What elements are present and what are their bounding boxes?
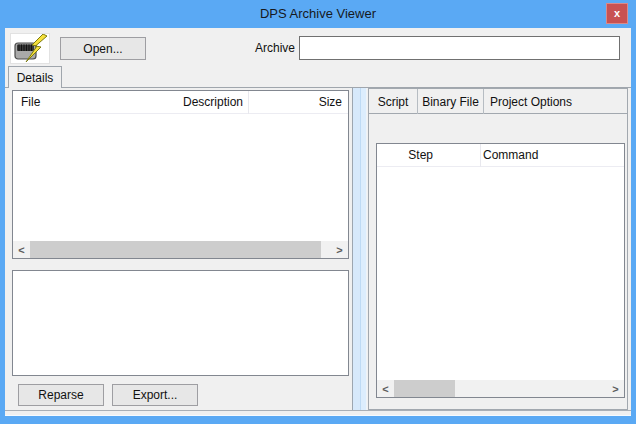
close-button[interactable]: x (606, 3, 628, 24)
right-panel: Script Binary File Project Options Step … (368, 88, 628, 410)
reparse-button[interactable]: Reparse (18, 384, 104, 406)
script-list-header: Step Command (377, 144, 624, 167)
window-title: DPS Archive Viewer (0, 0, 636, 28)
script-list-hscrollbar[interactable]: < > (377, 380, 624, 397)
description-box[interactable] (12, 270, 349, 376)
right-tab-strip: Script Binary File Project Options (369, 89, 627, 114)
file-list-scroll-thumb[interactable] (30, 241, 321, 258)
file-list[interactable]: File Description Size < > (12, 90, 349, 259)
column-header-description[interactable]: Description (183, 95, 243, 109)
column-header-file[interactable]: File (21, 95, 40, 109)
scroll-left-icon[interactable]: < (377, 380, 394, 397)
app-window: DPS Archive Viewer x Open... Archive Det… (0, 0, 636, 424)
file-list-hscrollbar[interactable]: < > (13, 241, 348, 258)
tab-binary-file[interactable]: Binary File (418, 89, 484, 114)
column-divider[interactable] (480, 144, 481, 167)
titlebar[interactable]: DPS Archive Viewer x (0, 0, 636, 28)
column-divider[interactable] (248, 91, 249, 114)
panel-splitter[interactable] (352, 88, 367, 410)
archive-input[interactable] (299, 36, 620, 60)
file-list-header: File Description Size (13, 91, 348, 114)
column-header-step[interactable]: Step (377, 148, 433, 162)
client-area: Open... Archive Details File Description… (5, 28, 631, 416)
column-header-size[interactable]: Size (319, 95, 342, 109)
export-button[interactable]: Export... (112, 384, 198, 406)
script-list-scroll-thumb[interactable] (394, 380, 455, 397)
close-icon: x (614, 8, 620, 19)
scroll-right-icon[interactable]: > (607, 380, 624, 397)
tab-details[interactable]: Details (8, 66, 62, 88)
tab-script[interactable]: Script (369, 89, 418, 114)
scroll-right-icon[interactable]: > (331, 241, 348, 258)
script-step-list[interactable]: Step Command < > (376, 143, 625, 398)
scroll-left-icon[interactable]: < (13, 241, 30, 258)
open-button[interactable]: Open... (60, 37, 146, 60)
archive-device-lightning-icon (10, 33, 50, 64)
tab-project-options[interactable]: Project Options (484, 89, 578, 114)
column-header-command[interactable]: Command (483, 148, 538, 162)
archive-label: Archive (240, 41, 295, 55)
